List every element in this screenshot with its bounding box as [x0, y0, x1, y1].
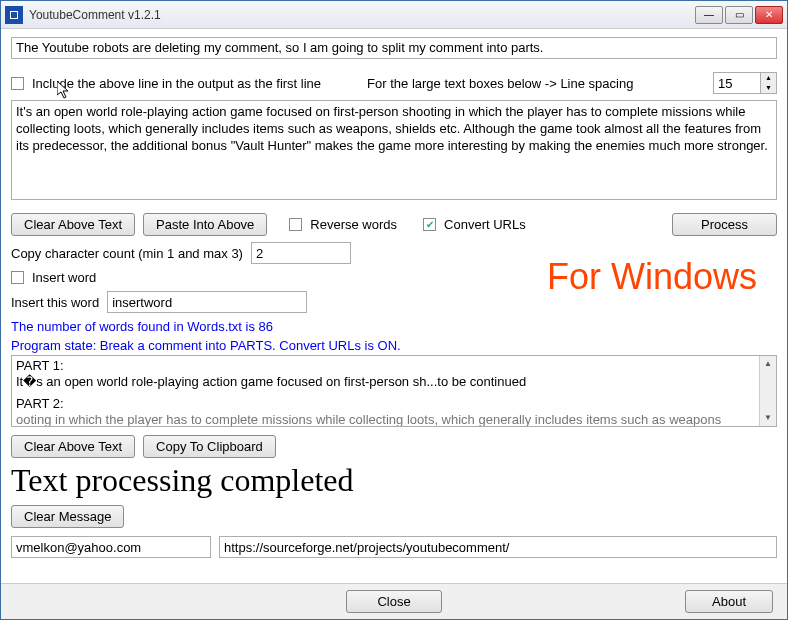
program-state-text: Program state: Break a comment into PART…: [11, 338, 777, 353]
line-spacing-label: For the large text boxes below -> Line s…: [367, 76, 633, 91]
main-textbox[interactable]: [11, 100, 777, 200]
email-field[interactable]: [11, 536, 211, 558]
output-part1-label: PART 1:: [16, 358, 756, 374]
clear-message-button[interactable]: Clear Message: [11, 505, 124, 528]
line-spacing-input[interactable]: [714, 73, 760, 93]
convert-urls-checkbox[interactable]: ✔: [423, 218, 436, 231]
minimize-button[interactable]: —: [695, 6, 723, 24]
output-part2-text: ooting in which the player has to comple…: [16, 412, 756, 427]
titlebar: YoutubeComment v1.2.1 — ▭ ✕: [1, 1, 787, 29]
svg-rect-2: [11, 12, 17, 18]
paste-into-button[interactable]: Paste Into Above: [143, 213, 267, 236]
clear-above-button-2[interactable]: Clear Above Text: [11, 435, 135, 458]
close-button[interactable]: Close: [346, 590, 441, 613]
window-title: YoutubeComment v1.2.1: [29, 8, 695, 22]
app-icon: [5, 6, 23, 24]
reverse-words-checkbox[interactable]: [289, 218, 302, 231]
reverse-words-label: Reverse words: [310, 217, 397, 232]
line-spacing-spinner[interactable]: ▲▼: [713, 72, 777, 94]
client-area: Include the above line in the output as …: [1, 29, 787, 568]
copy-count-input[interactable]: [251, 242, 351, 264]
window-controls: — ▭ ✕: [695, 6, 783, 24]
platform-overlay-text: For Windows: [547, 256, 757, 298]
intro-textbox[interactable]: [11, 37, 777, 59]
url-field[interactable]: [219, 536, 777, 558]
bottom-bar: Close About: [1, 583, 787, 619]
maximize-button[interactable]: ▭: [725, 6, 753, 24]
include-line-checkbox[interactable]: [11, 77, 24, 90]
include-line-label: Include the above line in the output as …: [32, 76, 321, 91]
copy-clipboard-button[interactable]: Copy To Clipboard: [143, 435, 276, 458]
output-part1-text: It�s an open world role-playing action g…: [16, 374, 756, 390]
process-button[interactable]: Process: [672, 213, 777, 236]
output-scrollbar[interactable]: ▲▼: [759, 356, 776, 426]
copy-count-label: Copy character count (min 1 and max 3): [11, 246, 243, 261]
app-window: YoutubeComment v1.2.1 — ▭ ✕ Include the …: [0, 0, 788, 620]
insert-word-checkbox[interactable]: [11, 271, 24, 284]
spinner-arrows[interactable]: ▲▼: [760, 73, 776, 93]
status-message: Text processing completed: [11, 462, 777, 499]
about-button[interactable]: About: [685, 590, 773, 613]
output-textbox[interactable]: PART 1: It�s an open world role-playing …: [11, 355, 777, 427]
clear-above-button-1[interactable]: Clear Above Text: [11, 213, 135, 236]
words-found-text: The number of words found in Words.txt i…: [11, 319, 777, 334]
output-part2-label: PART 2:: [16, 396, 756, 412]
convert-urls-label: Convert URLs: [444, 217, 526, 232]
insert-word-check-label: Insert word: [32, 270, 96, 285]
insert-word-input[interactable]: [107, 291, 307, 313]
insert-this-word-label: Insert this word: [11, 295, 99, 310]
close-window-button[interactable]: ✕: [755, 6, 783, 24]
